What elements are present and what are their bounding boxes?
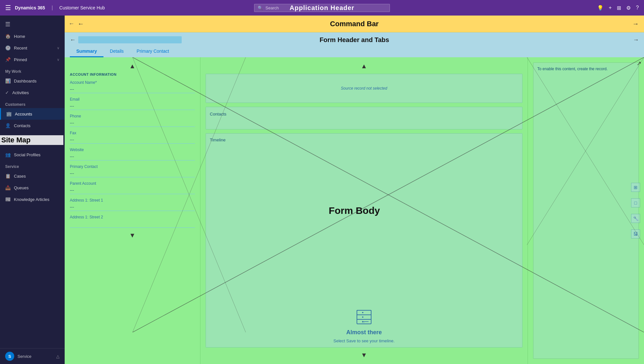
sidebar-activities-label: Activities <box>12 90 29 95</box>
form-title-bar <box>78 36 182 43</box>
tab-primary-contact[interactable]: Primary Contact <box>130 46 176 57</box>
svg-text:...: ... <box>362 320 365 324</box>
pinned-icon: 📌 <box>5 57 11 62</box>
tab-summary[interactable]: Summary <box>70 46 103 57</box>
field-website: Website --- <box>70 148 195 160</box>
field-account-name: Account Name* --- <box>70 80 195 93</box>
timeline-file-icon: ... <box>354 309 374 325</box>
form-body: Form Body ▲ ACCOUNT INFORMATION Account … <box>65 57 644 364</box>
footer-chevron-icon: △ <box>56 354 59 359</box>
nav-toggle-icon[interactable]: ☰ <box>5 4 11 12</box>
right-icon-window[interactable]: □ <box>631 198 640 207</box>
command-bar: ← ← Command Bar → <box>65 16 644 32</box>
field-phone-value[interactable]: --- <box>70 119 195 127</box>
right-icon-wrench[interactable]: 🔧 <box>631 214 640 223</box>
form-left-column: ▲ ACCOUNT INFORMATION Account Name* --- … <box>65 57 200 364</box>
field-email: Email --- <box>70 97 195 110</box>
field-phone: Phone --- <box>70 114 195 127</box>
sidebar-cases-label: Cases <box>14 174 26 179</box>
filter-icon[interactable]: ⊞ <box>617 5 621 11</box>
form-header: ← Form Header and Tabs → Summary Details… <box>65 32 644 57</box>
right-icon-file[interactable]: 🖫 <box>631 229 640 238</box>
queues-icon: 📥 <box>5 185 11 190</box>
source-record-panel: Source record not selected <box>206 74 522 103</box>
accounts-icon: 🏢 <box>6 111 12 116</box>
sidebar-item-dashboards[interactable]: 📊 Dashboards <box>0 75 65 87</box>
back-button[interactable]: ← <box>69 20 74 27</box>
sidebar-item-queues[interactable]: 📥 Queues <box>0 182 65 193</box>
sidebar-footer-item[interactable]: S Service △ <box>0 348 65 364</box>
field-email-value[interactable]: --- <box>70 102 195 110</box>
field-email-label: Email <box>70 97 195 102</box>
help-icon[interactable]: ? <box>636 5 639 11</box>
app-header-banner: Application Header <box>290 4 354 12</box>
sidebar-dashboards-label: Dashboards <box>14 79 37 83</box>
sidebar-item-contacts[interactable]: 👤 Contacts <box>0 120 65 131</box>
pinned-chevron-icon: ∨ <box>57 58 59 62</box>
command-bar-title: Command Bar <box>330 20 379 28</box>
add-icon[interactable]: + <box>609 5 612 11</box>
form-header-center-text: Form Header and Tabs <box>319 36 389 44</box>
tab-details[interactable]: Details <box>103 46 130 57</box>
field-parent-account-value[interactable]: --- <box>70 186 195 194</box>
field-parent-account: Parent Account --- <box>70 181 195 194</box>
right-panel-enable-content: To enable this content, create the recor… <box>533 62 639 359</box>
my-work-section-label: My Work <box>0 65 65 75</box>
account-info-section-header: ACCOUNT INFORMATION <box>70 72 195 76</box>
sidebar-item-cases[interactable]: 📋 Cases <box>0 170 65 182</box>
almost-there-text: Almost there <box>346 329 382 336</box>
site-map-label: Site Map <box>0 135 63 145</box>
recent-icon: 🕐 <box>5 45 11 50</box>
sidebar-item-activities[interactable]: ✓ Activities <box>0 87 65 98</box>
lightbulb-icon[interactable]: 💡 <box>597 5 604 11</box>
field-account-name-value[interactable]: --- <box>70 85 195 93</box>
field-fax-value[interactable]: --- <box>70 136 195 144</box>
right-col-arrow-top-icon: ↗ <box>637 60 641 67</box>
field-address1-street1: Address 1: Street 1 --- <box>70 198 195 211</box>
sidebar-footer-label: Service <box>17 354 31 359</box>
sidebar-item-social-profiles[interactable]: 👥 Social Profiles <box>0 149 65 160</box>
svg-point-10 <box>362 316 363 318</box>
sidebar-item-knowledge-articles[interactable]: 📰 Knowledge Articles <box>0 193 65 205</box>
svg-rect-7 <box>357 310 371 315</box>
sidebar-pinned-label: Pinned <box>14 57 27 62</box>
form-right-column: ↗ To enable this content, create the rec… <box>528 57 644 364</box>
sidebar-item-recent[interactable]: 🕐 Recent ∨ <box>0 42 65 54</box>
sidebar-item-accounts[interactable]: 🏢 Accounts <box>0 108 65 120</box>
field-address1-street1-value[interactable]: --- <box>70 203 195 211</box>
sidebar-recent-label: Recent <box>14 46 27 50</box>
contacts-icon: 👤 <box>5 123 11 128</box>
app-name-label: Customer Service Hub <box>59 5 105 10</box>
app-header: ☰ Dynamics 365 | Customer Service Hub 🔍 … <box>0 0 644 16</box>
contacts-panel: Contacts <box>206 107 522 129</box>
user-avatar: S <box>5 352 14 361</box>
app-header-right: 💡 + ⊞ ⚙ ? <box>597 5 639 11</box>
main-layout: ☰ 🏠 Home 🕐 Recent ∨ 📌 Pinned ∨ My Work 📊… <box>0 16 644 364</box>
field-address1-street2-label: Address 1: Street 2 <box>70 215 195 219</box>
field-address1-street2-value[interactable] <box>70 220 195 228</box>
right-icon-grid[interactable]: ⊞ <box>631 183 640 192</box>
field-address1-street1-label: Address 1: Street 1 <box>70 198 195 203</box>
sidebar-collapse-button[interactable]: ☰ <box>0 16 65 30</box>
field-address1-street2: Address 1: Street 2 <box>70 215 195 228</box>
sidebar: ☰ 🏠 Home 🕐 Recent ∨ 📌 Pinned ∨ My Work 📊… <box>0 16 65 364</box>
center-col-arrow-down-icon: ▼ <box>206 351 522 359</box>
sidebar-item-home[interactable]: 🏠 Home <box>0 30 65 42</box>
sidebar-knowledge-articles-label: Knowledge Articles <box>14 197 49 202</box>
source-record-text: Source record not selected <box>341 86 387 91</box>
command-bar-arrow-left-icon: ← <box>78 20 84 28</box>
contacts-panel-label: Contacts <box>210 112 226 116</box>
field-primary-contact-value[interactable]: --- <box>70 170 195 177</box>
left-col-arrow-up-icon: ▲ <box>70 62 195 70</box>
form-header-arrow-right-icon: → <box>633 37 639 43</box>
form-center-column: ▲ Source record not selected Contacts Ti… <box>200 57 528 364</box>
field-website-value[interactable]: --- <box>70 153 195 160</box>
field-fax-label: Fax <box>70 131 195 135</box>
recent-chevron-icon: ∨ <box>57 46 59 50</box>
settings-icon[interactable]: ⚙ <box>626 5 631 11</box>
field-fax: Fax --- <box>70 131 195 144</box>
center-col-arrow-up-icon: ▲ <box>206 62 522 70</box>
right-col-icons: ⊞ □ 🔧 🖫 <box>631 183 640 238</box>
sidebar-item-pinned[interactable]: 📌 Pinned ∨ <box>0 54 65 65</box>
sidebar-bottom: S Service △ <box>0 348 65 364</box>
